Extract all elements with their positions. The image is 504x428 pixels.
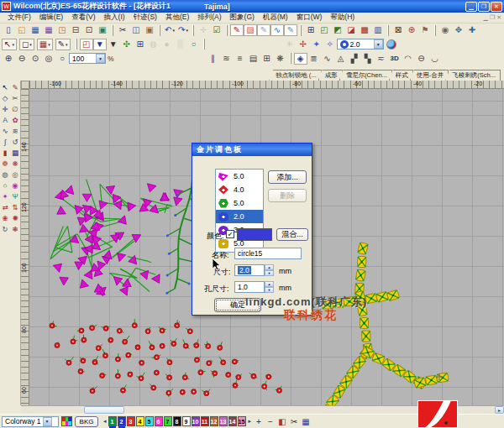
menu-item[interactable]: 机器(M) [259,13,292,23]
sequin-list-item[interactable]: 4.0 [216,183,263,196]
lock-icon[interactable]: ◉ [438,24,452,36]
motif-run-tool[interactable]: ❁ [0,158,10,169]
property-tab-1[interactable]: 独点制锁地 (... [269,70,321,81]
node-edit-tool[interactable]: ✎ [10,81,20,92]
sequin-list-item[interactable]: 2.0 [216,210,263,223]
kaleidoscope-tool[interactable]: ✺ [10,212,20,223]
color-chip-7[interactable]: 7 [164,416,172,426]
trim-icon[interactable]: ✂ [288,416,300,427]
chip-scroll-left-icon[interactable]: ◂ [103,418,107,425]
stitch-smooth-icon[interactable]: ≂ [375,53,388,65]
help-icon[interactable]: ✚ [465,24,479,36]
menu-item[interactable]: 图象(G) [226,13,259,23]
menu-item[interactable]: 编辑(E) [35,13,67,23]
color-checkbox[interactable]: ✔ [226,230,234,238]
pen-node-icon[interactable]: ✎ [284,24,297,36]
color-chip-12[interactable]: 12 [210,416,218,426]
pen-tool-dropdown[interactable]: ✎▾ [55,39,71,50]
sequin-fill-tool[interactable]: ✦ [0,191,10,201]
sequin-size-combo[interactable]: 2.0▼ [337,39,384,50]
box-disabled-icon[interactable]: ▒ [174,39,187,50]
menu-item[interactable]: 针迹(S) [129,13,161,23]
new-icon[interactable]: ▯ [2,24,15,36]
color-chip-4[interactable]: 4 [136,416,144,426]
scroll-right-icon[interactable]: ▸ [495,406,504,414]
paste-icon[interactable]: ▣ [143,24,156,36]
restore-button-icon[interactable]: ❐ [478,2,490,12]
hoop-toggle-icon[interactable]: ◰ [318,24,331,36]
satin-tool[interactable]: ▮ [0,147,10,158]
chip-scroll-right-icon[interactable]: ▸ [249,418,252,425]
monogram-tool[interactable]: ✿ [10,114,20,125]
sequin-jump-icon[interactable]: ✦ [310,39,323,50]
swirl-tool[interactable]: ↻ [0,223,10,234]
applique-tool[interactable]: ○ [0,180,10,191]
background-color-button[interactable]: BKG [75,416,98,427]
polygon-tool[interactable]: ◇ [0,92,10,103]
circle-disabled-icon[interactable]: ● [160,39,174,50]
menu-item[interactable]: 其他(E) [161,13,193,23]
stitch-zigzag-icon[interactable]: ≋ [220,53,234,65]
chart-icon[interactable]: ▦ [300,416,312,427]
stitch-sequin-icon[interactable]: ◈ [294,53,307,65]
fusion-fill-tool[interactable]: ◍ [0,169,10,180]
zoom-fit-icon[interactable]: ◎ [42,53,55,65]
property-tab-6[interactable]: 飞梭刺绣(Sch... [445,70,501,81]
color-swatch[interactable] [237,228,272,241]
menu-item[interactable]: 查看(V) [67,13,99,23]
stitch-grid-icon[interactable]: ⊞ [260,53,274,65]
motif-fill-tool[interactable]: ❋ [10,158,20,169]
sequin-list-item[interactable]: 5.0 [216,170,263,183]
menu-item[interactable]: 插入(I) [100,13,129,23]
stitch-select-dropdown[interactable]: ▦▾ [37,39,53,50]
dropdown-caret-icon[interactable]: ▾ [172,29,175,33]
stitch-motif-icon[interactable]: ❋ [274,53,287,65]
property-tab-5[interactable]: 使用-合并 [410,70,449,81]
effect-bowl-icon[interactable]: ◡ [428,53,442,65]
zoom-out-icon[interactable]: ⊖ [15,53,29,65]
overview-icon[interactable]: ▥ [371,24,385,36]
image-show-icon[interactable]: ◩ [331,24,344,36]
stem-stitch-tool[interactable]: ∫ [0,136,10,147]
mirror-v-tool[interactable]: ⇅ [10,201,20,212]
sequin-run-tool[interactable]: ◉ [10,180,20,191]
menu-item[interactable]: 帮助(H) [326,13,359,23]
fill-disabled-icon[interactable]: ◍ [147,39,160,50]
zoom-box-icon[interactable]: ⊙ [29,53,42,65]
color-chip-14[interactable]: 14 [228,416,237,426]
tatami-tool[interactable]: ▦ [10,147,20,158]
sequin-run-icon[interactable]: ✢ [297,39,310,50]
colorway-select[interactable]: Colorway 1▼ [2,416,59,427]
remove-color-icon[interactable]: − [265,416,276,427]
size-spinner[interactable]: ▲▼ [265,264,274,276]
select-tool[interactable]: ↖ [0,81,10,92]
effect-arc-icon[interactable]: ◠ [402,53,415,65]
stitch-triangle-icon[interactable]: ◬ [334,53,348,65]
grid-toggle-icon[interactable]: ⊞ [304,24,318,36]
save-design-icon[interactable]: ▦ [42,24,55,36]
sequin-ring-icon[interactable]: ○ [187,39,201,50]
blend-button[interactable]: 混合... [276,228,308,241]
export-machine-icon[interactable]: ▣ [96,24,109,36]
close-button-icon[interactable]: ✕ [491,2,502,12]
texture-icon[interactable]: ▩ [358,24,371,36]
backtrack-tool[interactable]: ↺ [10,136,20,147]
save-icon[interactable]: ▦ [29,24,42,36]
property-tab-2[interactable]: 成形 [318,70,343,81]
mirror-h-tool[interactable]: ⇄ [0,201,10,212]
pan-icon[interactable]: ✥ [452,24,465,36]
digitize-run-icon[interactable]: ◰ [80,39,93,50]
property-tab-4[interactable]: 样式 [389,70,413,81]
stitch-slant2-icon[interactable]: ▚ [361,53,375,65]
color-chip-6[interactable]: 6 [155,416,163,426]
mdi-window-controls[interactable]: ▁ ❐ ✕ [484,14,504,21]
sequin-fix-icon[interactable]: ✧ [323,39,337,50]
menu-item[interactable]: 窗口(W) [292,13,327,23]
zoom-prev-icon[interactable]: ○ [55,53,69,65]
zoom-level-combo[interactable]: 100▼ [69,53,106,64]
color-chip-10[interactable]: 10 [192,416,200,426]
stitch-wave-icon[interactable]: ∿ [321,53,334,65]
undo-icon[interactable]: ↶▾ [163,24,176,36]
effect-3d-icon[interactable]: 3D [388,53,402,65]
digitize-manual-icon[interactable]: ▼ [107,39,120,50]
